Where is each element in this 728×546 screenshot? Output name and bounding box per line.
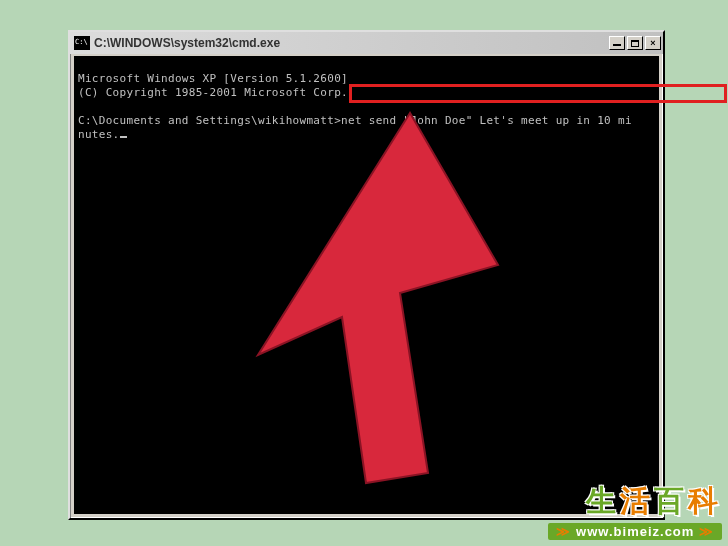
watermark-text: 生活百科 (548, 481, 722, 522)
maximize-button[interactable] (627, 36, 643, 50)
minimize-button[interactable] (609, 36, 625, 50)
cmd-window: C:\WINDOWS\system32\cmd.exe × Microsoft … (68, 30, 665, 520)
cursor (120, 136, 127, 138)
titlebar[interactable]: C:\WINDOWS\system32\cmd.exe × (70, 32, 663, 54)
watermark-url: ≫ www.bimeiz.com ≫ (548, 523, 722, 540)
terminal-line: Microsoft Windows XP [Version 5.1.2600] (78, 72, 655, 86)
terminal-command: net send "John Doe" Let's meet up in 10 … (341, 114, 632, 127)
terminal-line: (C) Copyright 1985-2001 Microsoft Corp. (78, 86, 655, 100)
window-title: C:\WINDOWS\system32\cmd.exe (94, 36, 609, 50)
window-buttons: × (609, 36, 661, 50)
terminal-prompt: C:\Documents and Settings\wikihowmatt> (78, 114, 341, 127)
watermark: 生活百科 ≫ www.bimeiz.com ≫ (548, 481, 722, 540)
terminal-command-wrap: nutes. (78, 128, 120, 141)
close-button[interactable]: × (645, 36, 661, 50)
cmd-icon (74, 36, 90, 50)
terminal-area[interactable]: Microsoft Windows XP [Version 5.1.2600](… (74, 56, 659, 514)
